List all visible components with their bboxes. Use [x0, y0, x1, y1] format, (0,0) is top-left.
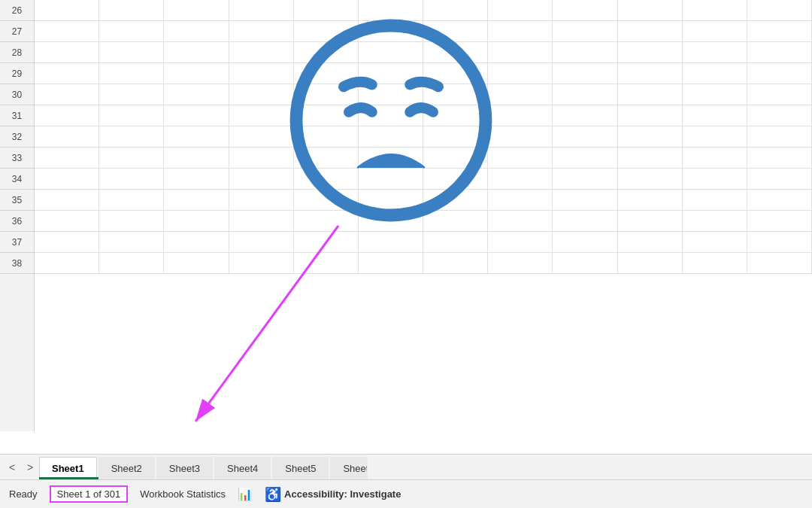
cell[interactable] [553, 21, 617, 41]
cell[interactable] [747, 190, 812, 210]
cell[interactable] [488, 190, 553, 210]
cell[interactable] [35, 63, 99, 84]
sheet-scroll-next-button[interactable]: > [21, 458, 39, 476]
cell[interactable] [553, 84, 617, 105]
cell[interactable] [553, 105, 617, 126]
cell[interactable] [488, 84, 553, 105]
cell[interactable] [683, 190, 747, 210]
cell[interactable] [229, 232, 294, 252]
cell[interactable] [553, 42, 617, 62]
cell[interactable] [164, 190, 229, 210]
sheet-tab-sheet6[interactable]: Sheet [330, 457, 368, 479]
cell[interactable] [35, 232, 99, 252]
cell[interactable] [618, 0, 683, 20]
cell[interactable] [683, 21, 747, 41]
cell[interactable] [229, 148, 294, 168]
cell[interactable] [164, 21, 229, 41]
cell[interactable] [683, 105, 747, 126]
cell[interactable] [294, 253, 359, 273]
cell[interactable] [35, 84, 99, 105]
cell[interactable] [683, 211, 747, 231]
cell[interactable] [683, 126, 747, 147]
cell[interactable] [618, 21, 683, 41]
cell[interactable] [229, 0, 294, 20]
sheet-tab-sheet4[interactable]: Sheet4 [214, 457, 271, 479]
cell[interactable] [553, 0, 617, 20]
cell[interactable] [747, 0, 812, 20]
cell[interactable] [553, 211, 617, 231]
cell[interactable] [229, 211, 294, 231]
cell[interactable] [229, 21, 294, 41]
cell[interactable] [618, 84, 683, 105]
cell[interactable] [164, 126, 229, 147]
sheet-tab-sheet5[interactable]: Sheet5 [272, 457, 329, 479]
cell[interactable] [618, 42, 683, 62]
cell[interactable] [553, 232, 617, 252]
cell[interactable] [164, 0, 229, 20]
cell[interactable] [683, 232, 747, 252]
cell[interactable] [164, 42, 229, 62]
cell[interactable] [229, 253, 294, 273]
cell[interactable] [35, 169, 99, 189]
sheet-scroll-prev-button[interactable]: < [3, 458, 21, 476]
cell[interactable] [359, 232, 423, 252]
cell[interactable] [99, 232, 164, 252]
cell[interactable] [488, 148, 553, 168]
cell[interactable] [747, 148, 812, 168]
cell[interactable] [35, 253, 99, 273]
cell[interactable] [488, 253, 553, 273]
cell[interactable] [99, 190, 164, 210]
cell[interactable] [618, 63, 683, 84]
cell[interactable] [99, 0, 164, 20]
cell[interactable] [488, 42, 553, 62]
cell[interactable] [618, 211, 683, 231]
cell[interactable] [553, 190, 617, 210]
cell[interactable] [99, 126, 164, 147]
cell[interactable] [35, 105, 99, 126]
cell[interactable] [618, 126, 683, 147]
cell[interactable] [747, 42, 812, 62]
cell[interactable] [99, 105, 164, 126]
cell[interactable] [747, 105, 812, 126]
cell[interactable] [683, 63, 747, 84]
cell[interactable] [488, 105, 553, 126]
cell[interactable] [35, 148, 99, 168]
accessibility-label[interactable]: ♿ Accessibility: Investigate [265, 486, 401, 503]
cell[interactable] [229, 84, 294, 105]
cell[interactable] [229, 190, 294, 210]
cell[interactable] [229, 126, 294, 147]
cell[interactable] [35, 0, 99, 20]
cell[interactable] [99, 42, 164, 62]
cell[interactable] [683, 0, 747, 20]
cell[interactable] [229, 169, 294, 189]
cell[interactable] [164, 211, 229, 231]
cell[interactable] [488, 0, 553, 20]
cell[interactable] [618, 105, 683, 126]
cell[interactable] [747, 126, 812, 147]
cell[interactable] [747, 21, 812, 41]
cell[interactable] [553, 253, 617, 273]
cell[interactable] [488, 126, 553, 147]
cell[interactable] [164, 105, 229, 126]
cell[interactable] [99, 211, 164, 231]
sheet-tab-sheet2[interactable]: Sheet2 [98, 457, 155, 479]
cell[interactable] [164, 232, 229, 252]
cell[interactable] [99, 148, 164, 168]
cell[interactable] [747, 63, 812, 84]
cell[interactable] [747, 169, 812, 189]
cell[interactable] [488, 169, 553, 189]
cell[interactable] [683, 169, 747, 189]
cell[interactable] [99, 253, 164, 273]
cell[interactable] [294, 232, 359, 252]
cell[interactable] [747, 211, 812, 231]
cell[interactable] [99, 84, 164, 105]
cell[interactable] [164, 63, 229, 84]
cell[interactable] [488, 63, 553, 84]
cell[interactable] [618, 148, 683, 168]
sheet-tab-sheet1[interactable]: Sheet1 [39, 457, 97, 479]
cell[interactable] [747, 232, 812, 252]
cell[interactable] [683, 253, 747, 273]
cell[interactable] [618, 190, 683, 210]
cell[interactable] [553, 126, 617, 147]
cell[interactable] [35, 190, 99, 210]
